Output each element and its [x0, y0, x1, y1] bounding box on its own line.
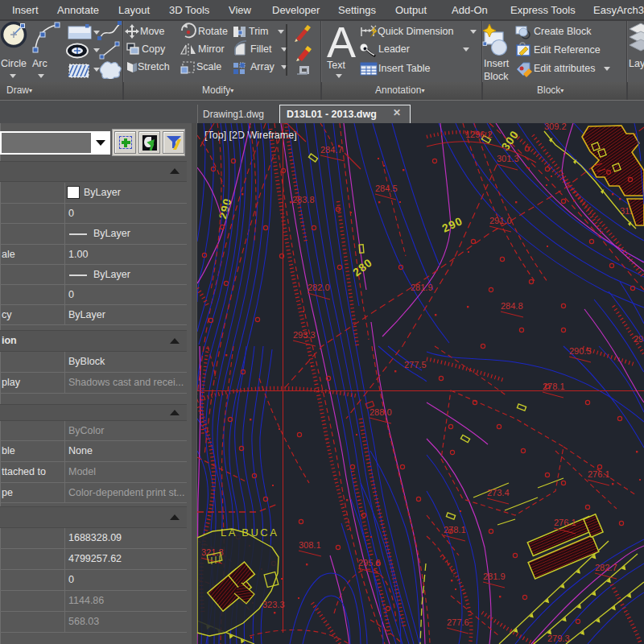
svg-text:288.0: 288.0: [369, 407, 392, 417]
svg-text:290.5: 290.5: [569, 346, 592, 356]
svg-text:278.1: 278.1: [543, 382, 565, 391]
svg-text:284.5: 284.5: [375, 184, 398, 193]
svg-text:284.8: 284.8: [501, 301, 523, 311]
svg-text:283.8: 283.8: [292, 195, 315, 204]
svg-text:282.7: 282.7: [595, 563, 617, 572]
svg-text:308.1: 308.1: [299, 540, 321, 550]
svg-text:279.3: 279.3: [547, 634, 570, 643]
svg-text:276.1: 276.1: [588, 469, 610, 479]
svg-text:309.2: 309.2: [544, 123, 567, 131]
svg-text:276.1: 276.1: [554, 518, 576, 527]
svg-text:295.6: 295.6: [358, 558, 381, 568]
svg-text:A: A: [327, 18, 356, 66]
svg-text:281.9: 281.9: [411, 283, 433, 292]
svg-text:282.0: 282.0: [308, 283, 330, 292]
svg-text:301.3: 301.3: [497, 154, 519, 163]
svg-text:293.3: 293.3: [293, 330, 316, 340]
svg-text:281.9: 281.9: [483, 572, 506, 581]
svg-text:277.5: 277.5: [404, 360, 427, 369]
svg-text:323.3: 323.3: [262, 600, 285, 609]
svg-text:277.6: 277.6: [447, 617, 469, 627]
svg-text:284.7: 284.7: [320, 145, 343, 155]
svg-text:LA BUCA: LA BUCA: [221, 526, 279, 539]
svg-text:278.1: 278.1: [444, 525, 466, 535]
svg-text:273.4: 273.4: [487, 488, 510, 497]
